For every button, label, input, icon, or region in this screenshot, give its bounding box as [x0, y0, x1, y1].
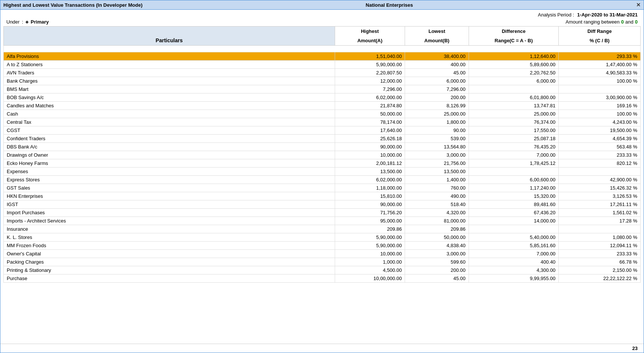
row-diffrange: 1,47,400.00 %	[559, 61, 641, 69]
row-difference: 5,40,000.00	[469, 233, 559, 242]
table-row[interactable]: Express Stores6,02,000.001,400.006,00,60…	[4, 176, 641, 184]
table-row[interactable]: Owner's Capital10,000.003,000.007,000.00…	[4, 250, 641, 258]
table-row[interactable]: A to Z Stationers5,90,000.00400.005,89,6…	[4, 61, 641, 69]
row-difference: 5,89,600.00	[469, 61, 559, 69]
row-diffrange	[559, 85, 641, 93]
under-left: Under : ◆ Primary	[6, 19, 49, 25]
row-diffrange: 15,426.32 %	[559, 184, 641, 192]
table-row[interactable]: Ecko Honey Farms2,00,181.1221,756.001,78…	[4, 159, 641, 168]
under-label: Under	[6, 19, 19, 25]
row-difference: 6,000.00	[469, 77, 559, 85]
col-difference-header: Difference	[469, 27, 559, 36]
row-difference	[469, 225, 559, 233]
amount-range-and: and	[625, 19, 634, 25]
row-diffrange: 3,00,900.00 %	[559, 93, 641, 102]
table-row[interactable]: Printing & Stationary4,500.00200.004,300…	[4, 266, 641, 274]
row-difference: 15,320.00	[469, 192, 559, 200]
table-row[interactable]: GST Sales1,18,000.00760.001,17,240.0015,…	[4, 184, 641, 192]
row-diffrange: 169.16 %	[559, 102, 641, 110]
table-row[interactable]: Packing Charges1,000.00599.60400.4066.78…	[4, 258, 641, 266]
row-highest: 4,500.00	[335, 266, 405, 274]
row-highest: 7,296.00	[335, 85, 405, 93]
table-row[interactable]: Expenses13,500.0013,500.00	[4, 168, 641, 176]
row-diffrange: 17,261.11 %	[559, 200, 641, 209]
row-lowest: 3,000.00	[405, 250, 469, 258]
row-lowest: 400.00	[405, 61, 469, 69]
table-row[interactable]: Bank Charges12,000.006,000.006,000.00100…	[4, 77, 641, 85]
under-value: Primary	[31, 19, 49, 25]
row-difference	[469, 168, 559, 176]
title-bar: Highest and Lowest Value Transactions (I…	[0, 0, 644, 10]
row-diffrange: 1,080.00 %	[559, 233, 641, 242]
row-highest: 6,02,000.00	[335, 93, 405, 102]
table-row[interactable]: CGST17,640.0090.0017,550.0019,500.00 %	[4, 126, 641, 135]
row-particulars: Packing Charges	[4, 258, 335, 266]
row-highest: 78,174.00	[335, 118, 405, 126]
row-diffrange: 233.33 %	[559, 151, 641, 159]
footer-bar: 23	[0, 344, 644, 353]
row-particulars: Candles and Matches	[4, 102, 335, 110]
row-particulars: Ecko Honey Farms	[4, 159, 335, 168]
table-row[interactable]: AVN Traders2,20,807.5045.002,20,762.504,…	[4, 69, 641, 77]
row-particulars: Purchase	[4, 274, 335, 283]
under-separator: :	[22, 19, 23, 25]
table-row[interactable]: BOB Savings A/c6,02,000.00200.006,01,800…	[4, 93, 641, 102]
table-row[interactable]: Central Tax78,174.001,800.0076,374.004,2…	[4, 118, 641, 126]
row-particulars: IGST	[4, 200, 335, 209]
row-lowest: 6,000.00	[405, 77, 469, 85]
row-particulars: Insurance	[4, 225, 335, 233]
under-row: Under : ◆ Primary Amount ranging between…	[0, 18, 644, 26]
row-difference: 76,435.20	[469, 143, 559, 151]
row-highest: 90,000.00	[335, 143, 405, 151]
row-difference: 7,000.00	[469, 151, 559, 159]
table-row[interactable]: Imports - Architect Services95,000.0081,…	[4, 217, 641, 225]
table-row[interactable]: IGST90,000.00518.4089,481.6017,261.11 %	[4, 200, 641, 209]
table-row[interactable]: Confident Traders25,626.18539.0025,087.1…	[4, 135, 641, 143]
table-row[interactable]: MM Frozen Foods5,90,000.004,838.405,85,1…	[4, 242, 641, 250]
title-center: National Enterprises	[366, 2, 413, 8]
row-lowest: 1,400.00	[405, 176, 469, 184]
col-lowest-header: Lowest	[405, 27, 469, 36]
row-difference: 89,481.60	[469, 200, 559, 209]
table-row[interactable]: HKN Enterprises15,810.00490.0015,320.003…	[4, 192, 641, 200]
table-row[interactable]: Import Purchases71,756.204,320.0067,436.…	[4, 209, 641, 217]
close-button[interactable]: ✕	[636, 2, 641, 8]
table-row[interactable]: K. L. Stores5,90,000.0050,000.005,40,000…	[4, 233, 641, 242]
row-difference: 13,747.81	[469, 102, 559, 110]
table-row[interactable]: Purchase10,00,000.0045.009,99,955.0022,2…	[4, 274, 641, 283]
row-diffrange	[559, 168, 641, 176]
table-row[interactable]: Cash50,000.0025,000.0025,000.00100.00 %	[4, 110, 641, 118]
row-highest: 90,000.00	[335, 200, 405, 209]
row-particulars: Drawings of Owner	[4, 151, 335, 159]
row-particulars: MM Frozen Foods	[4, 242, 335, 250]
row-highest: 95,000.00	[335, 217, 405, 225]
table-row[interactable]: Insurance209.86209.86	[4, 225, 641, 233]
analysis-period-label: Analysis Period :	[538, 12, 574, 18]
row-highest: 1,000.00	[335, 258, 405, 266]
row-difference: 76,374.00	[469, 118, 559, 126]
row-diffrange: 42,900.00 %	[559, 176, 641, 184]
row-lowest: 518.40	[405, 200, 469, 209]
table-row[interactable]: Alfa Provisions1,51,040.0038,400.001,12,…	[4, 52, 641, 61]
row-lowest: 4,838.40	[405, 242, 469, 250]
row-diffrange: 66.78 %	[559, 258, 641, 266]
row-particulars: K. L. Stores	[4, 233, 335, 242]
row-lowest: 25,000.00	[405, 110, 469, 118]
table-row[interactable]: Drawings of Owner10,000.003,000.007,000.…	[4, 151, 641, 159]
row-diffrange: 22,22,122.22 %	[559, 274, 641, 283]
row-lowest: 81,000.00	[405, 217, 469, 225]
row-highest: 5,90,000.00	[335, 242, 405, 250]
row-particulars: Import Purchases	[4, 209, 335, 217]
row-difference: 1,12,640.00	[469, 52, 559, 61]
row-lowest: 21,756.00	[405, 159, 469, 168]
table-row[interactable]: DBS Bank A/c90,000.0013,564.8076,435.205…	[4, 143, 641, 151]
main-window: Highest and Lowest Value Transactions (I…	[0, 0, 644, 353]
table-row[interactable]: Candles and Matches21,874.808,126.9913,7…	[4, 102, 641, 110]
row-lowest: 200.00	[405, 93, 469, 102]
analysis-period-value: 1-Apr-2020 to 31-Mar-2021	[577, 12, 638, 18]
row-lowest: 45.00	[405, 69, 469, 77]
row-lowest: 539.00	[405, 135, 469, 143]
table-row[interactable]: BMS Mart7,296.007,296.00	[4, 85, 641, 93]
row-diffrange: 100.00 %	[559, 110, 641, 118]
row-lowest: 3,000.00	[405, 151, 469, 159]
